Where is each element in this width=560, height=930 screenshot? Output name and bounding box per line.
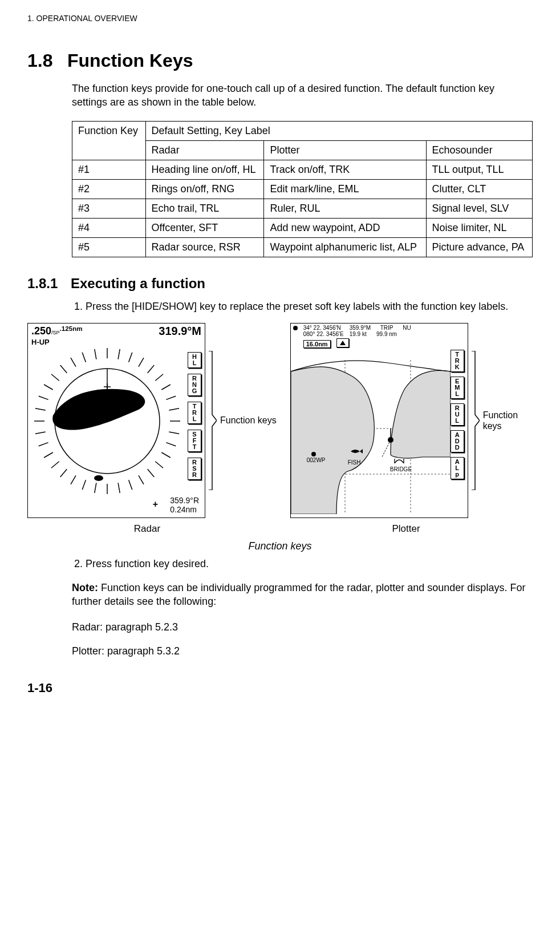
svg-line-30 xyxy=(44,385,53,390)
svg-line-28 xyxy=(35,409,46,410)
step-1: Press the [HIDE/SHOW] key to replace the… xyxy=(86,300,533,313)
svg-line-10 xyxy=(169,432,179,434)
svg-line-8 xyxy=(169,409,179,410)
function-key-table: Function Key Default Setting, Key Label … xyxy=(72,121,533,257)
svg-line-16 xyxy=(129,480,132,490)
svg-line-4 xyxy=(148,365,155,373)
subhead-radar: Radar xyxy=(145,140,264,160)
plotter-position: 34° 22. 3456'N 080° 22. 3456'E xyxy=(303,325,344,337)
softkey-hl[interactable]: HL xyxy=(188,352,201,368)
bracket-icon xyxy=(209,351,217,490)
figure-caption: Function keys xyxy=(27,540,533,552)
bracket-icon xyxy=(472,351,480,490)
plotter-brg-spd: 359.9°M 19.9 kt xyxy=(350,325,371,337)
svg-line-14 xyxy=(148,469,155,477)
svg-line-32 xyxy=(60,365,67,373)
svg-line-7 xyxy=(166,396,176,399)
subsection-number: 1.8.1 xyxy=(27,276,71,292)
softkey-eml[interactable]: EML xyxy=(451,377,464,399)
subhead-echo: Echosounder xyxy=(426,140,532,160)
section-title: 1.8Function Keys xyxy=(27,50,533,71)
svg-line-29 xyxy=(39,396,48,399)
svg-line-2 xyxy=(129,353,132,362)
plotter-softkeys: TRK EML RUL ADD ALp xyxy=(451,350,464,479)
note-paragraph: Note: Function keys can be individually … xyxy=(72,581,533,609)
radar-cursor-readout: 359.9°R 0.24nm xyxy=(170,496,199,514)
radar-heading: 319.9°M xyxy=(159,325,201,338)
svg-line-11 xyxy=(166,443,176,446)
table-row: Function Key Default Setting, Key Label xyxy=(72,121,533,140)
table-row: #1 Heading line on/off, HL Track on/off,… xyxy=(72,160,533,179)
softkey-rul[interactable]: RUL xyxy=(451,403,464,426)
svg-line-34 xyxy=(82,353,86,362)
svg-point-49 xyxy=(311,452,316,456)
svg-line-15 xyxy=(139,475,144,484)
svg-line-5 xyxy=(155,374,163,381)
intro-paragraph: The function keys provide for one-touch … xyxy=(72,82,533,110)
softkey-rng[interactable]: RNG xyxy=(188,374,201,396)
svg-line-35 xyxy=(95,349,96,359)
plotter-trip: TRIP 99.9 nm xyxy=(376,325,397,337)
svg-line-19 xyxy=(95,483,96,493)
svg-point-39 xyxy=(94,475,103,481)
softkey-rsr[interactable]: RSR xyxy=(188,458,201,480)
radar-softkeys: HL RNG TRL SFT RSR xyxy=(188,352,201,480)
col-header-key: Function Key xyxy=(72,121,146,160)
table-row: #3 Echo trail, TRL Ruler, RUL Signal lev… xyxy=(72,199,533,218)
ref-radar: Radar: paragraph 5.2.3 xyxy=(72,620,533,634)
svg-line-1 xyxy=(118,349,120,359)
bridge-label: BRIDGE xyxy=(390,466,412,472)
softkey-trk[interactable]: TRK xyxy=(451,350,464,372)
fish-label: FISH xyxy=(348,459,361,466)
plotter-figure: 34° 22. 3456'N 080° 22. 3456'E 359.9°M 1… xyxy=(290,323,468,518)
function-keys-label: Function keys xyxy=(483,410,518,431)
svg-line-6 xyxy=(161,385,171,390)
col-header-setting: Default Setting, Key Label xyxy=(145,121,532,140)
subhead-plotter: Plotter xyxy=(264,140,426,160)
table-row: #4 Offcenter, SFT Add new waypoint, ADD … xyxy=(72,218,533,237)
svg-line-24 xyxy=(44,452,53,458)
svg-line-17 xyxy=(118,483,120,493)
wp-002-label: 002WP xyxy=(307,457,326,463)
svg-line-31 xyxy=(51,374,59,381)
radar-caption: Radar xyxy=(27,523,267,535)
section-number: 1.8 xyxy=(27,50,67,71)
figure-row: .250/SP.125nm 319.9°M H-UP xyxy=(27,322,533,519)
plotter-map-icon xyxy=(291,343,451,514)
svg-line-26 xyxy=(35,432,46,434)
table-row: #5 Radar source, RSR Waypoint alphanumer… xyxy=(72,237,533,257)
svg-point-38 xyxy=(123,402,131,406)
softkey-add[interactable]: ADD xyxy=(451,430,464,452)
steps-list: Press the [HIDE/SHOW] key to replace the… xyxy=(72,300,533,313)
cursor-cross-icon: + xyxy=(153,499,158,510)
radar-scope-icon xyxy=(30,338,184,510)
svg-line-25 xyxy=(39,443,48,446)
plotter-nu: NU xyxy=(403,325,411,331)
svg-line-13 xyxy=(155,462,163,468)
softkey-alp[interactable]: ALp xyxy=(451,457,464,479)
softkey-trl[interactable]: TRL xyxy=(188,402,201,424)
ship-dot-icon xyxy=(293,326,298,330)
svg-line-20 xyxy=(82,480,86,490)
radar-range: .250/SP.125nm xyxy=(31,325,83,338)
subsection-name: Executing a function xyxy=(71,276,205,291)
svg-line-21 xyxy=(71,475,76,484)
softkey-sft[interactable]: SFT xyxy=(188,430,201,452)
section-name: Function Keys xyxy=(67,50,193,71)
ref-plotter: Plotter: paragraph 5.3.2 xyxy=(72,644,533,658)
svg-line-48 xyxy=(382,440,391,457)
table-row: #2 Rings on/off, RNG Edit mark/line, EML… xyxy=(72,179,533,199)
page-header: 1. OPERATIONAL OVERVIEW xyxy=(27,14,533,23)
svg-line-22 xyxy=(60,469,67,477)
svg-line-33 xyxy=(71,358,76,367)
plotter-caption: Plotter xyxy=(281,523,531,535)
steps-list-cont: Press function key desired. xyxy=(72,557,533,571)
subsection-title: 1.8.1Executing a function xyxy=(27,276,533,292)
step-2: Press function key desired. xyxy=(86,557,533,571)
radar-figure: .250/SP.125nm 319.9°M H-UP xyxy=(27,323,205,518)
page-number: 1-16 xyxy=(27,681,533,696)
function-keys-label: Function keys xyxy=(220,415,277,426)
svg-line-23 xyxy=(51,462,59,468)
svg-line-3 xyxy=(139,358,144,367)
svg-line-12 xyxy=(161,452,171,458)
